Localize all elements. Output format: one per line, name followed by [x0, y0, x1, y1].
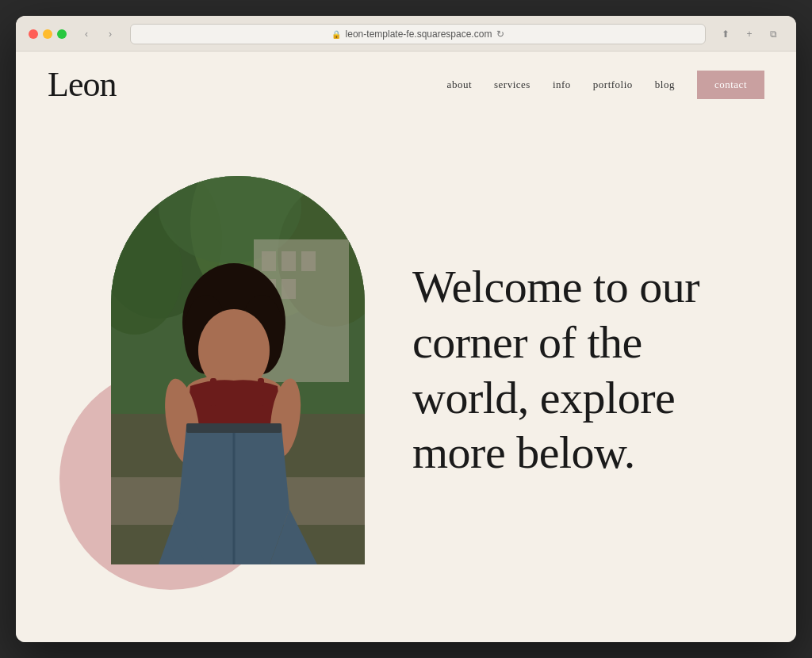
hero-heading: Welcome to our corner of the world, expl…: [412, 259, 764, 480]
share-button[interactable]: ⬆: [715, 26, 736, 42]
address-bar[interactable]: 🔒 leon-template-fe.squarespace.com ↻: [130, 24, 706, 44]
hero-image-svg: [111, 176, 365, 564]
nav-blog[interactable]: blog: [655, 78, 675, 91]
new-tab-button[interactable]: +: [739, 26, 760, 42]
site-header: Leon about services info portfolio blog …: [16, 52, 796, 118]
browser-chrome: ‹ › 🔒 leon-template-fe.squarespace.com ↻…: [16, 16, 796, 52]
nav-services[interactable]: services: [494, 78, 530, 91]
hero-text: Welcome to our corner of the world, expl…: [365, 259, 764, 480]
forward-button[interactable]: ›: [100, 26, 121, 42]
tabs-button[interactable]: ⧉: [763, 26, 783, 42]
svg-rect-26: [111, 176, 365, 564]
lock-icon: 🔒: [331, 30, 341, 39]
browser-actions: ⬆ + ⧉: [715, 26, 783, 42]
site-nav: about services info portfolio blog conta…: [447, 71, 764, 99]
nav-info[interactable]: info: [553, 78, 571, 91]
website-content: Leon about services info portfolio blog …: [16, 52, 796, 642]
hero-heading-line4: more below.: [412, 427, 635, 478]
hero-heading-line2: corner of the: [412, 316, 642, 368]
nav-portfolio[interactable]: portfolio: [593, 78, 633, 91]
browser-navigation: ‹ ›: [76, 26, 121, 42]
browser-window: ‹ › 🔒 leon-template-fe.squarespace.com ↻…: [16, 16, 796, 642]
minimize-button[interactable]: [43, 29, 52, 39]
arch-image-container: [111, 176, 365, 564]
traffic-lights: [29, 29, 67, 39]
nav-about[interactable]: about: [447, 78, 472, 91]
hero-heading-line3: world, explore: [412, 372, 675, 423]
site-logo[interactable]: Leon: [48, 67, 116, 102]
contact-button[interactable]: contact: [697, 71, 764, 99]
close-button[interactable]: [29, 29, 38, 39]
url-text: leon-template-fe.squarespace.com: [346, 29, 492, 40]
arch-photo: [111, 176, 365, 564]
back-button[interactable]: ‹: [76, 26, 97, 42]
hero-heading-line1: Welcome to our: [412, 261, 699, 312]
fullscreen-button[interactable]: [57, 29, 67, 39]
reload-icon[interactable]: ↻: [496, 29, 504, 40]
hero-section: Welcome to our corner of the world, expl…: [16, 118, 796, 637]
